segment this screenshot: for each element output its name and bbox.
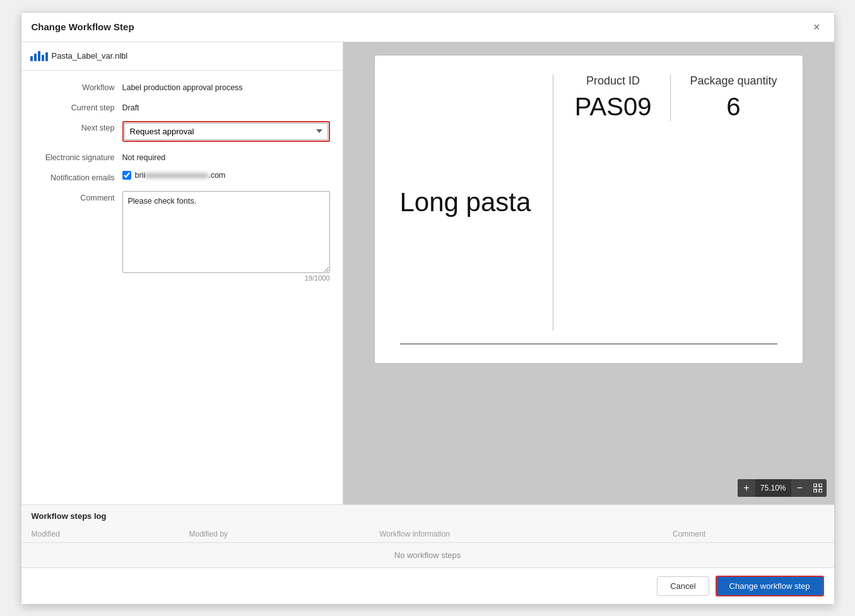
close-button[interactable]: ×	[810, 20, 824, 34]
workflow-row: Workflow Label production approval proce…	[34, 81, 330, 92]
col-modified-by: Modified by	[179, 526, 369, 543]
email-suffix: .com	[208, 171, 225, 180]
current-step-row: Current step Draft	[34, 101, 330, 112]
svg-rect-1	[819, 484, 822, 487]
label-product-name: Long pasta	[400, 187, 531, 218]
dialog-title: Change Workflow Step	[32, 21, 134, 32]
workflow-value: Label production approval process	[122, 81, 330, 92]
current-step-label: Current step	[34, 101, 122, 112]
file-header: Pasta_Label_var.nlbl	[21, 42, 343, 71]
svg-rect-0	[813, 484, 817, 487]
workflow-log-title: Workflow steps log	[21, 505, 834, 526]
electronic-signature-row: Electronic signature Not required	[34, 151, 330, 162]
label-product-id-col: Product ID PAS09	[575, 74, 652, 121]
next-step-select[interactable]: Request approval Approved Rejected	[124, 123, 328, 140]
electronic-signature-label: Electronic signature	[34, 151, 122, 162]
email-display: briixxxxxxxxxxxxxxxx.com	[135, 171, 226, 180]
svg-rect-2	[813, 489, 817, 492]
workflow-log-table: Modified Modified by Workflow informatio…	[21, 526, 834, 567]
change-workflow-dialog: Change Workflow Step × Pasta_Label_var.n…	[21, 12, 835, 605]
file-bars-icon	[30, 51, 48, 61]
label-vertical-divider	[553, 74, 553, 331]
char-count: 19/1000	[122, 274, 330, 282]
workflow-log-section: Workflow steps log Modified Modified by …	[21, 504, 834, 567]
email-prefix: brii	[135, 171, 146, 180]
label-preview: Long pasta Product ID PAS09 Package quan…	[374, 55, 803, 364]
label-top-row: Long pasta Product ID PAS09 Package quan…	[400, 74, 777, 331]
zoom-controls: + 75.10% −	[738, 479, 827, 497]
col-workflow-info: Workflow information	[369, 526, 663, 543]
current-step-value: Draft	[122, 101, 330, 112]
notification-emails-control: briixxxxxxxxxxxxxxxx.com	[122, 171, 226, 180]
next-step-select-wrapper: Request approval Approved Rejected	[122, 121, 330, 142]
label-package-qty-col: Package quantity 6	[690, 74, 777, 121]
svg-rect-3	[819, 489, 822, 492]
comment-textarea[interactable]: Please check fonts.	[122, 191, 330, 273]
email-blur: xxxxxxxxxxxxxxxx	[145, 171, 208, 180]
form-section: Workflow Label production approval proce…	[21, 71, 343, 504]
workflow-label: Workflow	[34, 81, 122, 92]
comment-label: Comment	[34, 191, 122, 202]
file-icon	[32, 50, 47, 62]
right-panel: Long pasta Product ID PAS09 Package quan…	[343, 42, 834, 504]
cancel-button[interactable]: Cancel	[657, 576, 709, 596]
notification-email-checkbox[interactable]	[122, 171, 131, 180]
dialog-header: Change Workflow Step ×	[21, 13, 834, 42]
no-steps-row: No workflow steps	[21, 542, 834, 567]
left-panel: Pasta_Label_var.nlbl Workflow Label prod…	[21, 42, 343, 504]
col-modified: Modified	[21, 526, 179, 543]
next-step-label: Next step	[34, 121, 122, 132]
zoom-in-button[interactable]: +	[738, 479, 755, 497]
notification-emails-row: Notification emails briixxxxxxxxxxxxxxxx…	[34, 171, 330, 182]
label-package-qty-value: 6	[726, 93, 740, 121]
next-step-row: Next step Request approval Approved Reje…	[34, 121, 330, 142]
change-workflow-step-button[interactable]: Change workflow step	[716, 576, 824, 596]
comment-row: Comment Please check fonts. 19/1000	[34, 191, 330, 282]
zoom-level-display: 75.10%	[755, 479, 791, 497]
file-name: Pasta_Label_var.nlbl	[52, 51, 128, 61]
electronic-signature-value: Not required	[122, 151, 330, 162]
no-steps-message: No workflow steps	[21, 542, 834, 567]
dialog-body: Pasta_Label_var.nlbl Workflow Label prod…	[21, 42, 834, 504]
col-comment: Comment	[663, 526, 834, 543]
label-right-columns: Product ID PAS09 Package quantity 6	[575, 74, 777, 121]
log-table-header-row: Modified Modified by Workflow informatio…	[21, 526, 834, 543]
label-product-id-title: Product ID	[586, 74, 640, 88]
label-package-qty-title: Package quantity	[690, 74, 777, 88]
dialog-footer: Cancel Change workflow step	[21, 567, 834, 604]
expand-icon	[813, 484, 822, 492]
label-product-id-value: PAS09	[575, 93, 652, 121]
label-bottom-line	[400, 344, 777, 344]
notification-emails-label: Notification emails	[34, 171, 122, 182]
label-col-divider	[670, 74, 671, 121]
zoom-out-button[interactable]: −	[791, 479, 809, 497]
zoom-expand-button[interactable]	[809, 479, 827, 497]
